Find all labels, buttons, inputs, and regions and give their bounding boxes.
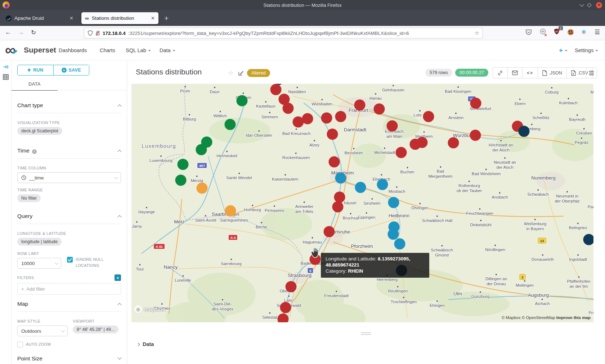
maximize-icon[interactable] (587, 3, 592, 8)
attr-improve-link[interactable]: Improve this map (556, 315, 591, 320)
map-data-point[interactable] (329, 156, 340, 168)
row-limit-select[interactable]: 10000 (17, 258, 61, 269)
map-data-point[interactable] (327, 129, 338, 140)
add-filter-plus-button[interactable]: + (115, 274, 121, 281)
map-data-point[interactable] (332, 201, 344, 213)
extension-icon[interactable]: ✕ (540, 28, 546, 36)
favorite-star-icon[interactable]: ☆ (228, 69, 234, 77)
data-section-header[interactable]: Data (137, 341, 154, 347)
embed-code-button[interactable]: <> (522, 68, 538, 78)
map-canvas[interactable]: 407A 4A 31571132 PrümDaunCochemNastätten… (131, 84, 593, 322)
asterisk-extension-icon[interactable]: ✳ (582, 28, 587, 36)
map-data-point[interactable] (583, 234, 594, 245)
add-filter-box[interactable]: + Add filter (17, 283, 121, 295)
nav-data[interactable]: Data (160, 47, 175, 53)
reload-button[interactable]: ↻ (31, 29, 36, 36)
url-bar[interactable]: 172.18.0.4:32251/superset/explore/?form_… (84, 28, 483, 38)
export-json-button[interactable]: .JSON (538, 68, 566, 78)
auto-zoom-checkbox[interactable] (17, 342, 23, 347)
map-data-point[interactable] (423, 111, 434, 122)
map-data-point[interactable] (519, 126, 530, 137)
map-data-point[interactable] (286, 281, 297, 292)
pocket-icon[interactable] (525, 29, 532, 35)
tab-stations-distribution[interactable]: ∞ Stations distribution ✕ (81, 12, 158, 24)
map-data-point[interactable] (225, 205, 236, 217)
nav-sql-lab[interactable]: SQL Lab (126, 47, 151, 53)
section-header[interactable]: Query (17, 213, 121, 224)
section-header[interactable]: Timei (17, 147, 121, 159)
map-style-select[interactable]: Outdoors (17, 326, 68, 336)
map-data-point[interactable] (388, 229, 399, 240)
map-data-point[interactable] (417, 137, 428, 148)
email-button[interactable] (507, 68, 522, 78)
tab-close-icon[interactable]: ✕ (151, 15, 155, 21)
attr-mapbox-link[interactable]: © Mapbox (502, 315, 521, 320)
back-button[interactable]: ← (5, 29, 11, 36)
map-data-point[interactable] (302, 113, 313, 124)
cookie-icon[interactable] (568, 29, 574, 35)
datasource-grid-icon[interactable] (3, 74, 9, 80)
section-header[interactable]: Chart type (17, 102, 121, 113)
share-link-button[interactable] (493, 68, 507, 78)
browser-menu-icon[interactable]: ☰ (595, 28, 600, 36)
collapse-panel-icon[interactable] (3, 64, 9, 70)
map-data-point[interactable] (196, 144, 207, 155)
new-item-button[interactable]: + (559, 46, 568, 54)
map-data-point[interactable] (324, 226, 335, 237)
resize-drag-handle[interactable] (361, 332, 371, 335)
viz-type-value[interactable]: deck.gl Scatterplot (17, 127, 62, 135)
map-data-point[interactable] (470, 98, 481, 109)
map-data-point[interactable] (448, 137, 459, 149)
lonlat-value[interactable]: longitude | latitude (17, 238, 62, 246)
map-data-point[interactable] (355, 182, 366, 193)
map-data-point[interactable] (178, 159, 189, 170)
edit-properties-icon[interactable] (238, 70, 244, 77)
map-data-point[interactable] (394, 238, 405, 250)
save-button[interactable]: + SAVE (53, 65, 89, 75)
map-data-point[interactable] (470, 130, 481, 141)
map-data-point[interactable] (377, 179, 388, 190)
new-tab-button[interactable]: + (164, 14, 169, 23)
superset-logo-icon[interactable]: ∞ (5, 42, 16, 58)
map-data-point[interactable] (321, 113, 332, 124)
ignore-null-checkbox[interactable] (67, 257, 73, 263)
run-button[interactable]: RUN (18, 65, 53, 75)
mapbox-logo[interactable]: ◎ mapbox (134, 305, 165, 313)
map-data-point[interactable] (334, 192, 345, 203)
nav-settings[interactable]: Settings (575, 47, 598, 53)
map-data-point[interactable] (270, 84, 282, 95)
map-data-point[interactable] (335, 173, 346, 184)
map-data-point[interactable] (237, 95, 248, 106)
map-data-point[interactable] (175, 175, 187, 186)
nav-dashboards[interactable]: Dashboards (59, 47, 87, 53)
minimize-icon[interactable] (579, 2, 584, 7)
viewport-value[interactable]: 8° 46' 45.28" | 49... (73, 326, 118, 333)
map-data-point[interactable] (278, 314, 289, 323)
map-data-point[interactable] (374, 104, 385, 115)
tab-close-icon[interactable]: ✕ (70, 15, 73, 21)
forward-button[interactable]: → (18, 29, 24, 36)
map-data-point[interactable] (388, 197, 399, 208)
map-data-point[interactable] (396, 147, 407, 158)
map-data-point[interactable] (280, 302, 291, 313)
map-data-point[interactable] (283, 103, 294, 114)
superset-brand[interactable]: Superset (24, 46, 56, 54)
tab-data[interactable]: DATA (12, 79, 58, 91)
shield-icon[interactable] (88, 30, 93, 36)
map-data-point[interactable] (197, 183, 208, 194)
ublock-icon[interactable]: u0 2 (554, 28, 560, 36)
close-icon[interactable]: ✕ (596, 2, 602, 8)
lock-slash-icon[interactable] (95, 31, 100, 36)
map-data-point[interactable] (225, 119, 236, 130)
time-column-select[interactable]: __time (17, 172, 121, 183)
map-data-point[interactable] (335, 111, 346, 122)
attr-osm-link[interactable]: © OpenStreetMap (522, 315, 555, 320)
map-data-point[interactable] (354, 100, 366, 111)
tab-apache-druid[interactable]: Apache Druid ✕ (2, 12, 77, 24)
section-header[interactable]: Map (17, 301, 121, 312)
chart-menu-button[interactable] (586, 67, 597, 78)
nav-charts[interactable]: Charts (100, 47, 115, 53)
map-data-point[interactable] (387, 120, 398, 132)
time-range-value[interactable]: No filter (17, 194, 41, 202)
bookmark-star-icon[interactable]: ☆ (475, 30, 479, 36)
